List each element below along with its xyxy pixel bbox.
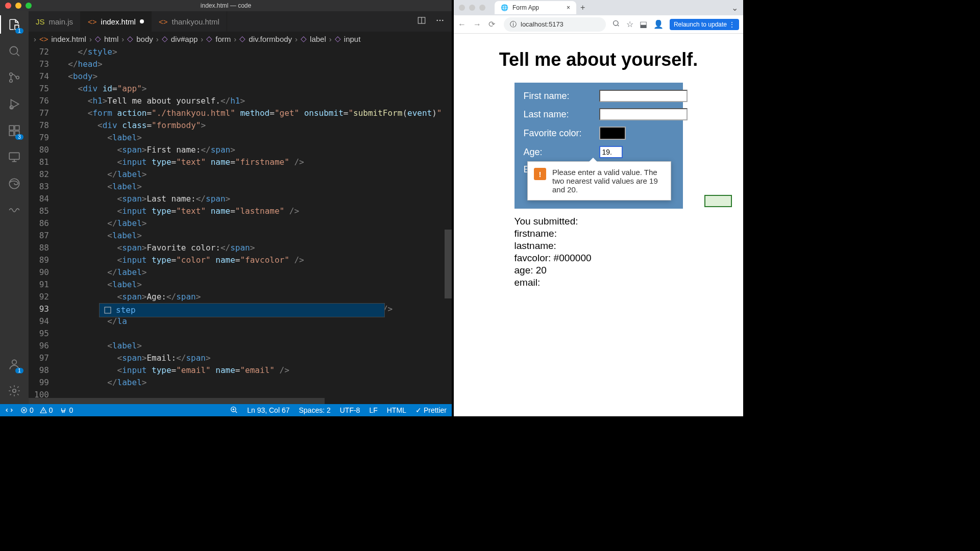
color-input[interactable] — [599, 127, 626, 140]
chevron-down-icon[interactable]: ⌄ — [731, 3, 738, 13]
browser-tab[interactable]: 🌐 Form App × — [495, 1, 576, 14]
intellisense-suggest[interactable]: step — [99, 303, 385, 317]
svg-point-12 — [13, 389, 16, 393]
svg-point-20 — [614, 20, 618, 25]
edge-icon[interactable] — [7, 177, 21, 191]
zoom-icon[interactable] — [26, 3, 32, 9]
vscode-titlebar: index.html — code — [0, 0, 452, 11]
submit-button[interactable] — [704, 195, 732, 207]
back-icon[interactable]: ← — [458, 20, 467, 29]
encoding[interactable]: UTF-8 — [340, 406, 360, 414]
formatter[interactable]: ✓ Prettier — [415, 406, 447, 414]
output-firstname: firstname: — [514, 228, 683, 239]
reload-icon[interactable]: ⟳ — [488, 19, 498, 29]
code-editor[interactable]: 7273747576777879808182838485868788899091… — [29, 46, 452, 404]
svg-rect-17 — [105, 307, 111, 313]
remote-indicator[interactable] — [5, 406, 13, 414]
wave-icon[interactable] — [7, 203, 21, 217]
svg-point-0 — [10, 46, 17, 54]
svg-rect-5 — [9, 126, 14, 130]
problems-indicator[interactable]: 0 0 — [20, 406, 53, 414]
tab-close-icon[interactable]: × — [567, 4, 570, 11]
vscode-window: index.html — code 1 3 1 — [0, 0, 452, 416]
output-age: age: 20 — [514, 265, 683, 276]
info-icon[interactable]: ⓘ — [510, 20, 517, 29]
zoom-icon[interactable] — [479, 5, 485, 11]
extensions-icon[interactable]: 3 — [7, 123, 21, 138]
language-mode[interactable]: HTML — [387, 406, 406, 414]
horizontal-scrollbar[interactable] — [29, 398, 325, 404]
search-icon[interactable] — [7, 44, 21, 58]
minimize-icon[interactable] — [15, 3, 21, 9]
svg-point-2 — [10, 80, 12, 82]
indentation[interactable]: Spaces: 2 — [299, 406, 330, 414]
line-gutter: 7273747576777879808182838485868788899091… — [29, 46, 58, 404]
svg-rect-7 — [9, 131, 14, 136]
zoom-icon[interactable] — [230, 406, 238, 415]
ports-indicator[interactable]: 0 — [60, 406, 73, 414]
age-input[interactable] — [599, 146, 623, 158]
tab-title: Form App — [512, 4, 539, 11]
url-bar[interactable]: ⓘ localhost:5173 — [504, 17, 606, 32]
browser-window: 🌐 Form App × + ⌄ ← → ⟳ ⓘ localhost:5173 … — [454, 0, 743, 416]
svg-point-3 — [16, 76, 19, 79]
age-label: Age: — [524, 147, 595, 158]
window-title: index.html — code — [201, 2, 251, 9]
relaunch-button[interactable]: Relaunch to update ⋮ — [670, 19, 739, 30]
svg-point-16 — [442, 20, 444, 21]
svg-rect-6 — [15, 126, 19, 130]
zoom-icon[interactable] — [612, 19, 620, 30]
eol[interactable]: LF — [369, 406, 377, 414]
tab-label: thankyou.html — [172, 17, 219, 26]
source-control-icon[interactable] — [7, 70, 21, 85]
install-icon[interactable]: ⬓ — [640, 19, 647, 29]
traffic-lights — [5, 3, 32, 9]
new-tab-icon[interactable]: + — [580, 3, 585, 12]
tab-thankyou-html[interactable]: <>thankyou.html — [152, 11, 227, 32]
explorer-icon[interactable]: 1 — [7, 17, 21, 32]
activity-bar: 1 3 1 — [0, 11, 29, 404]
tab-main-js[interactable]: JSmain.js — [29, 11, 81, 32]
more-actions-icon[interactable] — [435, 16, 445, 27]
svg-point-15 — [439, 20, 441, 21]
svg-point-14 — [436, 20, 438, 21]
output-block: You submitted: firstname: lastname: favc… — [514, 216, 683, 288]
validation-tooltip: ! Please enter a valid value. The two ne… — [527, 161, 671, 201]
first-name-input[interactable] — [599, 90, 688, 102]
profile-icon[interactable]: 👤 — [653, 19, 664, 29]
close-icon[interactable] — [459, 5, 465, 11]
tab-label: index.html — [101, 17, 136, 26]
explorer-badge: 1 — [15, 28, 23, 34]
globe-icon: 🌐 — [501, 4, 508, 11]
tab-label: main.js — [49, 17, 74, 26]
bookmark-icon[interactable]: ☆ — [626, 19, 633, 29]
page-content: Tell me about yourself. First name: Last… — [454, 34, 743, 416]
last-name-input[interactable] — [599, 108, 688, 120]
output-header: You submitted: — [514, 216, 683, 227]
breadcrumb[interactable]: ›<>index.html ›◇html ›◇body ›◇div#app ›◇… — [29, 32, 452, 46]
page-heading: Tell me about yourself. — [464, 49, 733, 70]
editor-tabs: JSmain.js <>index.html <>thankyou.html — [29, 11, 452, 32]
run-debug-icon[interactable] — [7, 97, 21, 111]
first-name-label: First name: — [524, 91, 595, 102]
last-name-label: Last name: — [524, 109, 595, 120]
validation-message: Please enter a valid value. The two near… — [552, 168, 665, 194]
output-favcolor: favcolor: #000000 — [514, 253, 683, 264]
cursor-position[interactable]: Ln 93, Col 67 — [247, 406, 289, 414]
split-editor-icon[interactable] — [417, 16, 426, 27]
tab-index-html[interactable]: <>index.html — [81, 11, 152, 32]
code-content[interactable]: </style> </head> <body> <div id="app"> <… — [58, 46, 452, 404]
svg-point-11 — [12, 360, 17, 364]
remote-explorer-icon[interactable] — [7, 150, 21, 164]
svg-point-1 — [10, 73, 12, 76]
output-lastname: lastname: — [514, 240, 683, 252]
account-icon[interactable]: 1 — [7, 357, 21, 371]
vertical-scrollbar[interactable] — [445, 230, 452, 298]
settings-icon[interactable] — [7, 384, 21, 398]
forward-icon[interactable]: → — [473, 20, 482, 29]
suggest-item[interactable]: step — [116, 304, 136, 316]
svg-rect-9 — [9, 153, 19, 159]
close-icon[interactable] — [5, 3, 11, 9]
minimize-icon[interactable] — [469, 5, 475, 11]
favcolor-label: Favorite color: — [524, 128, 595, 139]
